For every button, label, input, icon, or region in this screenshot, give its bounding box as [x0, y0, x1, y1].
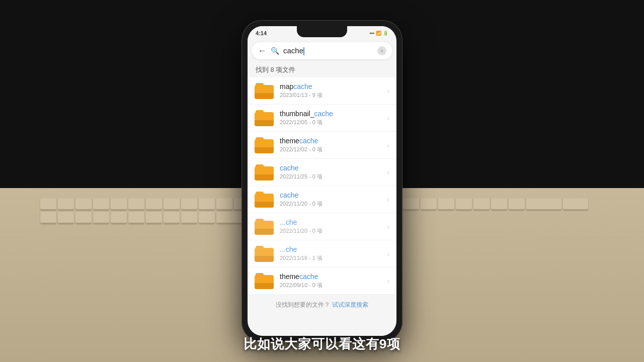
screen-content: 4:14 ▪▪▪ 📶 🔋 ← 🔍 cache ×: [248, 26, 396, 336]
list-item[interactable]: themecache 2022/12/02 - 0 项 ›: [248, 132, 396, 159]
list-item[interactable]: cache 2022/11/25 - 0 项 ›: [248, 159, 396, 186]
file-info: themecache 2022/12/02 - 0 项: [280, 137, 387, 153]
clear-button[interactable]: ×: [377, 46, 386, 55]
file-name: themecache: [280, 137, 387, 145]
chevron-right-icon: ›: [387, 277, 389, 285]
folder-icon: [255, 246, 274, 262]
folder-body: [255, 112, 274, 126]
key: [128, 212, 144, 224]
signal-icon: 📶: [376, 31, 381, 36]
key: [146, 212, 162, 224]
chevron-right-icon: ›: [387, 141, 389, 149]
chevron-right-icon: ›: [387, 114, 389, 122]
list-item[interactable]: ...che 2022/11/16 - 1 项 ›: [248, 240, 396, 267]
folder-shadow: [255, 256, 274, 262]
list-item[interactable]: thumbnail_cache 2022/12/05 - 0 项 ›: [248, 105, 396, 132]
folder-icon: [255, 164, 274, 180]
key: [509, 198, 525, 210]
folder-shadow: [255, 147, 274, 153]
key: [199, 198, 215, 210]
subtitle-text: 比如说大家可以看这有9项: [0, 335, 644, 353]
list-item[interactable]: themecache 2022/09/10 - 0 项 ›: [248, 267, 396, 295]
file-info: themecache 2022/09/10 - 0 项: [280, 273, 387, 289]
file-info: thumbnail_cache 2022/12/05 - 0 项: [280, 110, 387, 126]
chevron-right-icon: ›: [387, 196, 389, 204]
file-list: mapcache 2023/01/13 - 9 项 ›: [248, 77, 396, 336]
search-bar[interactable]: ← 🔍 cache ×: [252, 42, 392, 59]
folder-icon: [255, 137, 274, 153]
key: [563, 198, 588, 210]
key: [146, 198, 162, 210]
key: [75, 212, 92, 224]
key: [456, 198, 472, 210]
key: [111, 198, 127, 210]
key: [421, 198, 437, 210]
chevron-right-icon: ›: [387, 250, 389, 258]
search-input[interactable]: cache: [283, 46, 373, 55]
key: [181, 198, 197, 210]
file-info: ...che 2022/11/16 - 1 项: [280, 245, 387, 262]
chevron-right-icon: ›: [387, 223, 389, 231]
file-name: ...che: [280, 245, 387, 253]
list-item[interactable]: ...che 2022/11/20 - 0 项 ›: [248, 213, 396, 240]
deep-search-label: 没找到想要的文件？: [276, 301, 330, 308]
key: [164, 212, 180, 224]
search-icon: 🔍: [271, 47, 279, 55]
key: [40, 212, 56, 224]
folder-icon: [255, 192, 274, 208]
key: [75, 198, 92, 210]
key: [164, 198, 180, 210]
file-meta: 2022/12/02 - 0 项: [280, 146, 387, 153]
result-count: 找到 8 项文件: [248, 61, 396, 77]
cursor: [303, 47, 304, 55]
folder-body: [255, 166, 274, 180]
phone-wrapper: 4:14 ▪▪▪ 📶 🔋 ← 🔍 cache ×: [242, 20, 403, 342]
file-info: cache 2022/11/20 - 0 项: [280, 191, 387, 208]
key: [438, 198, 454, 210]
key: [40, 198, 56, 210]
list-item[interactable]: cache 2022/11/20 - 0 项 ›: [248, 186, 396, 213]
deep-search-link[interactable]: 试试深度搜索: [332, 301, 368, 308]
folder-body: [255, 194, 274, 208]
folder-shadow: [255, 120, 274, 126]
back-button[interactable]: ←: [258, 46, 267, 55]
file-list-container: mapcache 2023/01/13 - 9 项 ›: [248, 77, 396, 295]
file-name: cache: [280, 164, 387, 172]
key: [58, 212, 74, 224]
folder-icon: [255, 219, 274, 235]
battery-icon: 🔋: [383, 31, 388, 36]
phone-device: 4:14 ▪▪▪ 📶 🔋 ← 🔍 cache ×: [242, 20, 403, 342]
key: [473, 198, 490, 210]
file-info: cache 2022/11/25 - 0 项: [280, 164, 387, 180]
file-name: thumbnail_cache: [280, 110, 387, 118]
list-item[interactable]: mapcache 2023/01/13 - 9 项 ›: [248, 77, 396, 105]
chevron-right-icon: ›: [387, 87, 389, 95]
file-name: mapcache: [280, 82, 387, 90]
wifi-icon: ▪▪▪: [369, 31, 374, 36]
phone-notch: [297, 26, 347, 37]
folder-shadow: [255, 93, 274, 99]
chevron-right-icon: ›: [387, 168, 389, 176]
key: [216, 198, 232, 210]
file-meta: 2022/12/05 - 0 项: [280, 119, 387, 126]
file-meta: 2022/11/20 - 0 项: [280, 200, 387, 208]
status-time: 4:14: [256, 30, 267, 36]
folder-body: [255, 221, 274, 235]
key: [58, 198, 74, 210]
status-icons: ▪▪▪ 📶 🔋: [369, 31, 388, 36]
folder-body: [255, 248, 274, 262]
folder-body: [255, 139, 274, 153]
file-info: ...che 2022/11/20 - 0 项: [280, 218, 387, 235]
file-meta: 2022/09/10 - 0 项: [280, 282, 387, 289]
file-name: themecache: [280, 273, 387, 281]
key: [181, 212, 197, 224]
folder-body: [255, 275, 274, 289]
file-meta: 2022/11/25 - 0 项: [280, 173, 387, 180]
key: [93, 198, 109, 210]
file-info: mapcache 2023/01/13 - 9 项: [280, 82, 387, 99]
file-name: ...che: [280, 218, 387, 226]
folder-icon: [255, 83, 274, 99]
file-meta: 2022/11/16 - 1 项: [280, 254, 387, 262]
folder-shadow: [255, 283, 274, 289]
folder-shadow: [255, 174, 274, 180]
